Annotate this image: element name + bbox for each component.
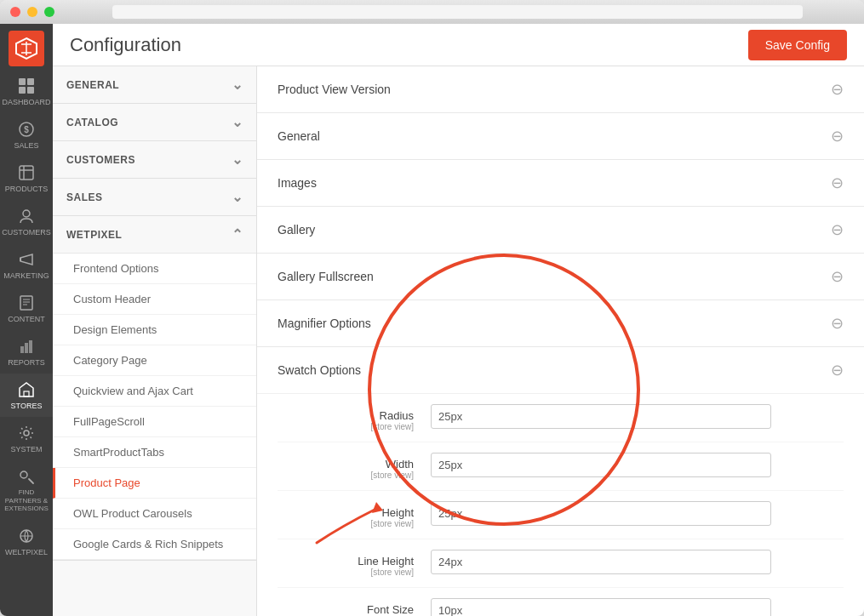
swatch-options-content: Radius [store view] Width (257, 394, 864, 616)
field-input-group-font-size (431, 598, 844, 616)
label-swatch-options: Swatch Options (278, 363, 361, 377)
minimize-button[interactable] (27, 7, 37, 17)
field-label-width: Width (278, 458, 414, 471)
main-area: Configuration Save Config GENERAL ⌄ (53, 24, 864, 616)
swatch-options-header[interactable]: Swatch Options ⊖ (257, 347, 864, 394)
width-input[interactable] (431, 453, 771, 477)
config-row-general: General ⊖ (257, 113, 864, 160)
svg-rect-11 (29, 340, 32, 353)
maximize-button[interactable] (44, 7, 54, 17)
field-input-group-width (431, 453, 844, 477)
find-partners-icon (17, 467, 36, 486)
field-hint-height: [store view] (278, 519, 414, 528)
dashboard-icon (17, 77, 36, 95)
field-row-width: Width [store view] (278, 442, 844, 491)
content-area: GENERAL ⌄ CATALOG ⌄ CUST (53, 66, 864, 616)
sidebar-item-google-cards[interactable]: Google Cards & Rich Snippets (53, 529, 256, 560)
sidebar-item-frontend-options[interactable]: Frontend Options (53, 254, 256, 284)
config-section-header-catalog[interactable]: CATALOG ⌄ (53, 104, 256, 140)
label-magnifier: Magnifier Options (278, 317, 371, 330)
sidebar-label-sales: SALES (14, 141, 38, 150)
field-row-font-size: Font Size [store view] (278, 588, 844, 616)
expand-icon[interactable]: ⊖ (831, 314, 844, 333)
url-bar[interactable] (112, 5, 803, 19)
sidebar-label-dashboard: DASHBOARD (3, 98, 51, 106)
sidebar-item-products[interactable]: PRODUCTS (0, 157, 53, 200)
expand-icon[interactable]: ⊖ (831, 174, 844, 192)
sidebar-label-customers: CUSTOMERS (2, 228, 50, 237)
marketing-icon (17, 250, 36, 269)
sidebar-item-stores[interactable]: STORES (0, 374, 53, 417)
expand-icon[interactable]: ⊖ (831, 267, 844, 286)
sidebar-item-marketing[interactable]: MARKETING (0, 243, 53, 287)
sidebar-label-system: SYSTEM (10, 445, 42, 453)
config-section-header-sales[interactable]: SALES ⌄ (53, 179, 256, 215)
font-size-input[interactable] (431, 598, 771, 616)
reports-icon (17, 337, 36, 356)
section-label-sales: SALES (66, 191, 103, 203)
config-section-header-wetpixel[interactable]: WETPIXEL ⌃ (53, 216, 256, 253)
expand-icon[interactable]: ⊖ (831, 220, 844, 239)
close-button[interactable] (10, 7, 20, 17)
svg-rect-9 (20, 346, 24, 353)
config-section-wetpixel: WETPIXEL ⌃ Frontend Options Custom Heade… (53, 216, 256, 561)
chevron-down-icon: ⌄ (232, 114, 243, 130)
sidebar-item-custom-header[interactable]: Custom Header (53, 284, 256, 315)
sidebar-item-customers[interactable]: CUSTOMERS (0, 200, 53, 243)
section-label-general: GENERAL (66, 79, 119, 91)
sidebar-item-dashboard[interactable]: DASHBOARD (0, 70, 53, 113)
chevron-down-icon: ⌄ (232, 189, 243, 205)
config-section-header-general[interactable]: GENERAL ⌄ (53, 66, 256, 103)
radius-input[interactable] (431, 404, 771, 429)
config-section-sales: SALES ⌄ (53, 179, 256, 216)
expand-icon[interactable]: ⊖ (831, 80, 844, 99)
sidebar-label-marketing: MARKETING (3, 271, 49, 280)
height-input[interactable] (431, 501, 771, 526)
config-section-general: GENERAL ⌄ (53, 66, 256, 104)
svg-rect-2 (19, 87, 26, 94)
customers-icon (17, 207, 36, 225)
sidebar-item-design-elements[interactable]: Design Elements (53, 315, 256, 345)
expand-icon[interactable]: ⊖ (831, 127, 844, 145)
field-label-group-line-height: Line Height [store view] (278, 550, 431, 577)
sidebar-item-category-page[interactable]: Category Page (53, 345, 256, 376)
sidebar-label-products: PRODUCTS (5, 185, 49, 193)
title-bar (0, 0, 864, 24)
sidebar-item-content[interactable]: CONTENT (0, 287, 53, 330)
config-row-product-view: Product View Version ⊖ (257, 66, 864, 113)
section-label-customers: CUSTOMERS (66, 154, 135, 166)
field-label-group-font-size: Font Size [store view] (278, 598, 431, 616)
sidebar-item-sales[interactable]: $ SALES (0, 113, 53, 157)
svg-rect-0 (19, 78, 26, 85)
sidebar-item-weltpixel[interactable]: WELTPIXEL (0, 520, 53, 563)
sidebar-item-quickview-ajax-cart[interactable]: Quickview and Ajax Cart (53, 376, 256, 407)
sidebar-item-smart-product-tabs[interactable]: SmartProductTabs (53, 437, 256, 468)
field-hint-line-height: [store view] (278, 568, 414, 577)
field-input-group-height (431, 501, 844, 526)
sidebar-item-product-page[interactable]: Product Page (53, 468, 256, 499)
sidebar-item-owl-carousels[interactable]: OWL Product Carousels (53, 499, 256, 529)
svg-rect-10 (25, 343, 28, 353)
label-general: General (278, 129, 320, 143)
field-input-group-radius (431, 404, 844, 429)
label-gallery-fullscreen: Gallery Fullscreen (278, 270, 374, 283)
config-section-catalog: CATALOG ⌄ (53, 104, 256, 141)
sidebar-item-fullpagescroll[interactable]: FullPageScroll (53, 407, 256, 437)
sidebar-item-system[interactable]: SYSTEM (0, 417, 53, 460)
config-row-images: Images ⊖ (257, 160, 864, 207)
save-config-button[interactable]: Save Config (748, 30, 847, 60)
field-label-group-radius: Radius [store view] (278, 404, 431, 431)
sidebar: DASHBOARD $ SALES PRODUCTS CUSTOMERS (0, 24, 53, 616)
sidebar-item-find-partners[interactable]: FIND PARTNERS & EXTENSIONS (0, 460, 53, 520)
logo (9, 31, 44, 66)
chevron-down-icon: ⌄ (232, 77, 243, 93)
sidebar-item-reports[interactable]: REPORTS (0, 330, 53, 374)
field-row-height: Height [store view] (278, 491, 844, 539)
config-section-header-customers[interactable]: CUSTOMERS ⌄ (53, 141, 256, 178)
svg-rect-1 (27, 78, 34, 85)
collapse-icon[interactable]: ⊖ (831, 361, 844, 379)
line-height-input[interactable] (431, 550, 771, 574)
config-section-customers: CUSTOMERS ⌄ (53, 141, 256, 179)
field-hint-width: [store view] (278, 471, 414, 480)
chevron-down-icon: ⌄ (232, 151, 243, 168)
